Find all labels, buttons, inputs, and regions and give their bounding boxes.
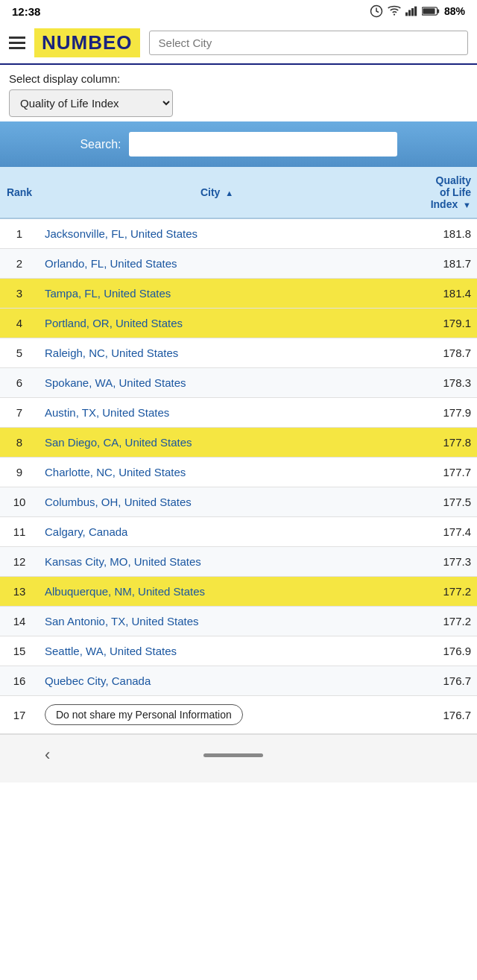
value-cell: 177.7 — [395, 458, 477, 487]
status-icons: 88% — [370, 4, 465, 18]
privacy-cell[interactable]: Do not share my Personal Information — [39, 696, 395, 734]
city-cell[interactable]: San Diego, CA, United States — [39, 428, 395, 458]
home-indicator — [203, 753, 263, 757]
back-button[interactable]: ‹ — [45, 745, 50, 765]
rank-cell: 14 — [0, 607, 39, 636]
rank-cell: 1 — [0, 218, 39, 249]
rankings-table: Rank City ▲ Qualityof LifeIndex ▼ 1Jacks… — [0, 167, 477, 734]
rank-cell: 2 — [0, 249, 39, 279]
value-cell: 177.2 — [395, 607, 477, 636]
rank-cell: 15 — [0, 636, 39, 666]
city-cell[interactable]: Columbus, OH, United States — [39, 487, 395, 517]
table-row: 13Albuquerque, NM, United States177.2 — [0, 577, 477, 607]
city-link[interactable]: Columbus, OH, United States — [45, 496, 192, 508]
value-cell: 177.9 — [395, 398, 477, 428]
value-cell: 177.3 — [395, 547, 477, 577]
battery-pct: 88% — [444, 5, 465, 17]
sort-down-icon: ▼ — [463, 200, 471, 209]
app-header: NUMBEO — [0, 22, 477, 65]
svg-point-1 — [394, 13, 395, 15]
table-row: 10Columbus, OH, United States177.5 — [0, 487, 477, 517]
signal-icon — [405, 5, 417, 17]
city-link[interactable]: Kansas City, MO, United States — [45, 555, 201, 568]
svg-rect-7 — [437, 9, 440, 13]
rank-cell: 8 — [0, 428, 39, 458]
table-row: 5Raleigh, NC, United States178.7 — [0, 338, 477, 368]
table-row: 1Jacksonville, FL, United States181.8 — [0, 218, 477, 249]
svg-rect-4 — [411, 8, 414, 16]
city-cell[interactable]: Spokane, WA, United States — [39, 368, 395, 398]
city-cell[interactable]: Jacksonville, FL, United States — [39, 218, 395, 249]
city-link[interactable]: Seattle, WA, United States — [45, 645, 177, 657]
table-row: 4Portland, OR, United States179.1 — [0, 309, 477, 338]
city-cell[interactable]: Raleigh, NC, United States — [39, 338, 395, 368]
rank-cell: 4 — [0, 309, 39, 338]
table-header-row: Rank City ▲ Qualityof LifeIndex ▼ — [0, 167, 477, 218]
rank-cell: 9 — [0, 458, 39, 487]
table-row: 14San Antonio, TX, United States177.2 — [0, 607, 477, 636]
rank-cell: 3 — [0, 279, 39, 309]
value-cell: 179.1 — [395, 309, 477, 338]
city-cell[interactable]: Kansas City, MO, United States — [39, 547, 395, 577]
footer-row: 17Do not share my Personal Information17… — [0, 696, 477, 734]
city-link[interactable]: Spokane, WA, United States — [45, 376, 186, 389]
city-link[interactable]: Calgary, Canada — [45, 525, 127, 538]
city-link[interactable]: Austin, TX, United States — [45, 406, 169, 419]
rank-cell: 5 — [0, 338, 39, 368]
city-link[interactable]: San Antonio, TX, United States — [45, 615, 199, 627]
value-cell: 177.8 — [395, 428, 477, 458]
city-cell[interactable]: Austin, TX, United States — [39, 398, 395, 428]
table-row: 3Tampa, FL, United States181.4 — [0, 279, 477, 309]
search-bar: Search: — [0, 121, 477, 167]
status-bar: 12:38 88% — [0, 0, 477, 22]
table-row: 12Kansas City, MO, United States177.3 — [0, 547, 477, 577]
hamburger-menu[interactable] — [9, 37, 25, 49]
city-link[interactable]: Albuquerque, NM, United States — [45, 585, 205, 598]
city-link[interactable]: Quebec City, Canada — [45, 674, 151, 687]
city-cell[interactable]: Seattle, WA, United States — [39, 636, 395, 666]
rank-cell: 7 — [0, 398, 39, 428]
city-cell[interactable]: Albuquerque, NM, United States — [39, 577, 395, 607]
city-link[interactable]: Orlando, FL, United States — [45, 257, 177, 270]
table-row: 15Seattle, WA, United States176.9 — [0, 636, 477, 666]
table-row: 8San Diego, CA, United States177.8 — [0, 428, 477, 458]
column-selector-label: Select display column: — [9, 72, 468, 85]
city-link[interactable]: Tampa, FL, United States — [45, 287, 171, 300]
value-column-header[interactable]: Qualityof LifeIndex ▼ — [395, 167, 477, 218]
search-input[interactable] — [129, 132, 397, 157]
city-link[interactable]: Jacksonville, FL, United States — [45, 227, 198, 240]
column-selector-dropdown[interactable]: Quality of Life Index Purchasing Power I… — [9, 89, 173, 117]
bottom-nav: ‹ — [0, 734, 477, 783]
rank-cell: 6 — [0, 368, 39, 398]
rank-cell: 12 — [0, 547, 39, 577]
city-cell[interactable]: San Antonio, TX, United States — [39, 607, 395, 636]
city-search-input[interactable] — [149, 31, 468, 55]
table-row: 7Austin, TX, United States177.9 — [0, 398, 477, 428]
value-cell: 177.2 — [395, 577, 477, 607]
city-link[interactable]: Raleigh, NC, United States — [45, 347, 178, 359]
footer-value-cell: 176.7 — [395, 696, 477, 734]
city-link[interactable]: Portland, OR, United States — [45, 317, 183, 329]
status-time: 12:38 — [12, 5, 40, 18]
privacy-text[interactable]: Do not share my Personal Information — [45, 704, 243, 725]
city-cell[interactable]: Tampa, FL, United States — [39, 279, 395, 309]
value-cell: 178.3 — [395, 368, 477, 398]
app-logo: NUMBEO — [34, 28, 140, 57]
city-cell[interactable]: Portland, OR, United States — [39, 309, 395, 338]
rank-cell: 10 — [0, 487, 39, 517]
value-cell: 181.4 — [395, 279, 477, 309]
value-cell: 177.5 — [395, 487, 477, 517]
search-label: Search: — [80, 138, 121, 151]
table-row: 2Orlando, FL, United States181.7 — [0, 249, 477, 279]
city-cell[interactable]: Calgary, Canada — [39, 517, 395, 547]
value-cell: 181.7 — [395, 249, 477, 279]
city-link[interactable]: San Diego, CA, United States — [45, 436, 192, 449]
value-cell: 181.8 — [395, 218, 477, 249]
city-link[interactable]: Charlotte, NC, United States — [45, 466, 186, 478]
city-column-header[interactable]: City ▲ — [39, 167, 395, 218]
table-row: 6Spokane, WA, United States178.3 — [0, 368, 477, 398]
value-cell: 178.7 — [395, 338, 477, 368]
city-cell[interactable]: Orlando, FL, United States — [39, 249, 395, 279]
city-cell[interactable]: Quebec City, Canada — [39, 666, 395, 696]
city-cell[interactable]: Charlotte, NC, United States — [39, 458, 395, 487]
